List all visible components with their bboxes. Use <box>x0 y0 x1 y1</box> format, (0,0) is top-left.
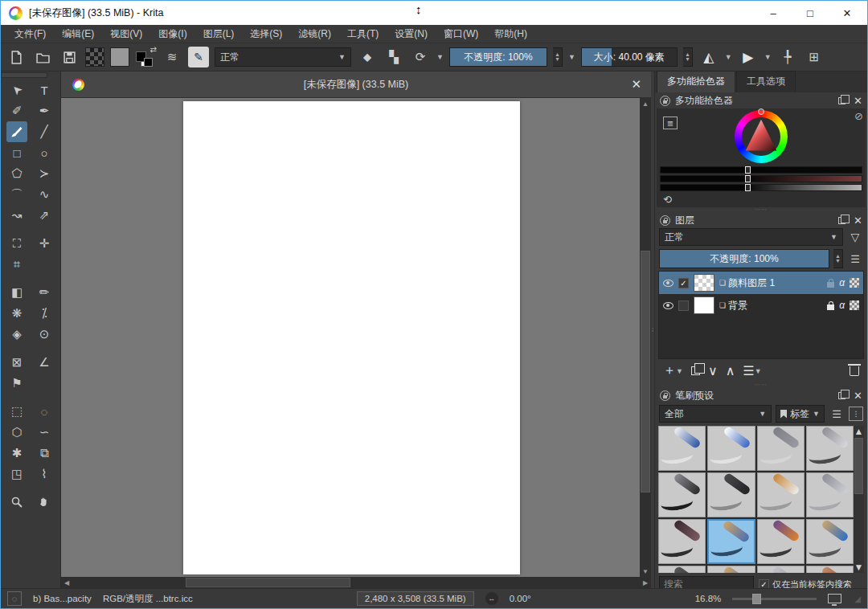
brush-preset-wet-brush[interactable] <box>658 519 706 564</box>
brush-preset-partial-4[interactable] <box>806 566 854 573</box>
menu-help[interactable]: 帮助(H) <box>487 25 534 43</box>
document-close-icon[interactable]: ✕ <box>631 77 641 92</box>
brush-preset-partial-2[interactable] <box>707 566 755 573</box>
zoom-percentage[interactable]: 16.8% <box>695 594 722 603</box>
alpha-lock-icon[interactable]: α <box>839 300 845 311</box>
chevron-down-icon[interactable]: ▼ <box>725 53 732 61</box>
minimize-button[interactable]: – <box>755 1 792 25</box>
save-button[interactable] <box>59 47 80 67</box>
pattern-swatch[interactable] <box>110 47 129 67</box>
opacity-spinner[interactable]: ▲▼ <box>553 47 563 67</box>
lock-docker-icon[interactable] <box>660 215 670 226</box>
color-selector-body[interactable]: ≣ ⊘ ⟲ <box>657 108 866 207</box>
edit-brush-settings-button[interactable]: ✎ <box>188 47 209 67</box>
layer-checkbox[interactable] <box>678 300 689 311</box>
wraparound-mode-icon[interactable]: ▶ <box>738 47 759 67</box>
tool-enclose-fill-icon[interactable]: ⊙ <box>34 324 55 345</box>
zoom-slider-handle[interactable] <box>752 594 761 604</box>
layer-menu-icon[interactable]: ☰ <box>847 253 863 265</box>
slider-handle[interactable] <box>745 184 751 191</box>
float-docker-icon[interactable] <box>838 392 845 399</box>
opacity-slider[interactable]: 不透明度: 100% <box>449 47 547 67</box>
storage-resources-icon[interactable]: ⋮ <box>849 407 863 421</box>
close-button[interactable]: ✕ <box>829 1 866 25</box>
tool-reference-images-icon[interactable]: ⚑ <box>6 373 27 394</box>
add-layer-button[interactable]: ＋▼ <box>663 362 683 379</box>
color-wheel[interactable] <box>735 110 788 163</box>
tool-ellipse-icon[interactable]: ○ <box>34 142 55 163</box>
swap-colors-icon[interactable]: ⇄ <box>150 45 157 54</box>
layer-blend-mode-dropdown[interactable]: 正常 ▼ <box>659 228 843 246</box>
zoom-slider[interactable] <box>732 598 817 600</box>
layer-row-background[interactable]: ❏ 背景 α <box>659 294 863 317</box>
no-color-icon[interactable]: ⊘ <box>854 110 863 122</box>
horizontal-scroll-thumb[interactable] <box>186 578 350 587</box>
brush-preset-eraser-smudge[interactable] <box>757 426 805 471</box>
float-docker-icon[interactable] <box>838 97 845 104</box>
brush-preset-shiny-pen[interactable] <box>806 472 854 517</box>
horizontal-scrollbar[interactable]: ◀ ▶ <box>61 577 651 588</box>
move-layer-up-button[interactable]: ∧ <box>726 363 735 378</box>
visibility-eye-icon[interactable] <box>663 302 674 309</box>
layer-checkbox[interactable]: ✓ <box>678 278 689 288</box>
display-mode-icon[interactable]: ☰ <box>829 408 845 420</box>
tab-tool-options[interactable]: 工具选项 <box>736 71 796 92</box>
tool-assistants-icon[interactable]: ⊠ <box>6 352 27 373</box>
workspace-chooser-icon[interactable]: ⊞ <box>804 47 825 67</box>
preset-scrollbar[interactable]: ▲ ▼ <box>854 426 864 573</box>
tool-dynamic-brush-icon[interactable]: ↝ <box>6 205 27 226</box>
tool-freehand-brush-icon[interactable] <box>6 121 27 142</box>
tool-select-contiguous-icon[interactable]: ✱ <box>6 443 27 464</box>
brush-preset-airbrush[interactable] <box>806 426 854 471</box>
gradient-swatch[interactable] <box>85 47 104 67</box>
blending-mode-dropdown[interactable]: 正常 ▼ <box>215 47 351 67</box>
tool-measure-icon[interactable]: ∠ <box>34 352 55 373</box>
duplicate-layer-button[interactable] <box>691 366 700 375</box>
menu-view[interactable]: 视图(V) <box>103 25 149 43</box>
layer-properties-button[interactable]: ☰▼ <box>743 363 761 378</box>
snap-settings-icon[interactable]: ╄ <box>777 47 798 67</box>
delete-layer-button[interactable] <box>850 366 859 376</box>
color-slider-1[interactable] <box>660 166 862 174</box>
hue-knob[interactable] <box>758 108 764 115</box>
float-docker-icon[interactable] <box>838 217 845 224</box>
foreground-background-colors[interactable]: ⇄ <box>135 47 156 67</box>
menu-layer[interactable]: 图层(L) <box>196 25 242 43</box>
choose-brush-preset-icon[interactable]: ≋ <box>162 47 182 67</box>
close-docker-icon[interactable]: ✕ <box>854 390 862 401</box>
tool-move-icon[interactable]: ✛ <box>34 233 55 254</box>
menu-tools[interactable]: 工具(T) <box>340 25 386 43</box>
layer-opacity-spinner[interactable]: ▲▼ <box>833 249 843 268</box>
chevron-down-icon[interactable]: ▼ <box>436 53 444 61</box>
color-slider-3[interactable] <box>660 184 862 191</box>
brush-preset-partial-3[interactable] <box>757 566 805 573</box>
tool-smart-patch-icon[interactable]: ⁒ <box>34 303 55 324</box>
tool-select-magnetic-icon[interactable]: ⌇ <box>34 464 55 484</box>
tool-polyline-icon[interactable]: ≻ <box>34 163 55 184</box>
brush-preset-block-eraser[interactable] <box>658 426 706 471</box>
visibility-eye-icon[interactable] <box>663 280 674 287</box>
color-profile[interactable]: RGB/透明度 ...btrc.icc <box>103 593 193 605</box>
unlock-icon[interactable] <box>827 282 834 288</box>
menu-select[interactable]: 选择(S) <box>243 25 289 43</box>
selector-settings-icon[interactable]: ≣ <box>663 116 678 129</box>
vertical-scrollbar[interactable]: ▲ ▼ <box>640 98 651 577</box>
tool-line-icon[interactable]: ╱ <box>34 121 55 142</box>
chevron-down-icon[interactable]: ▼ <box>764 53 772 61</box>
reload-preset-icon[interactable]: ⟳ <box>410 47 431 67</box>
canvas-viewport[interactable] <box>61 98 640 577</box>
color-history-icon[interactable]: ⟲ <box>660 193 862 206</box>
layer-opacity-slider[interactable]: 不透明度: 100% <box>659 249 829 268</box>
inherit-alpha-icon[interactable] <box>850 278 859 288</box>
tool-rectangle-icon[interactable]: □ <box>6 142 27 163</box>
brush-preset-name[interactable]: b) Bas...pacity <box>33 594 92 603</box>
brush-preset-soft-eraser[interactable] <box>707 426 755 471</box>
brush-preset-blue-pencil[interactable] <box>806 519 854 564</box>
tool-calligraphy-icon[interactable]: ✒ <box>34 100 55 121</box>
slider-handle[interactable] <box>745 166 751 174</box>
rotation-icon[interactable]: ↔ <box>485 592 498 605</box>
current-brush-icon[interactable]: ◌ <box>7 591 22 606</box>
tool-select-ellipse-icon[interactable]: ◌ <box>34 401 55 422</box>
tag-button[interactable]: 标签 ▼ <box>776 405 825 423</box>
preset-scroll-thumb[interactable] <box>854 438 863 494</box>
